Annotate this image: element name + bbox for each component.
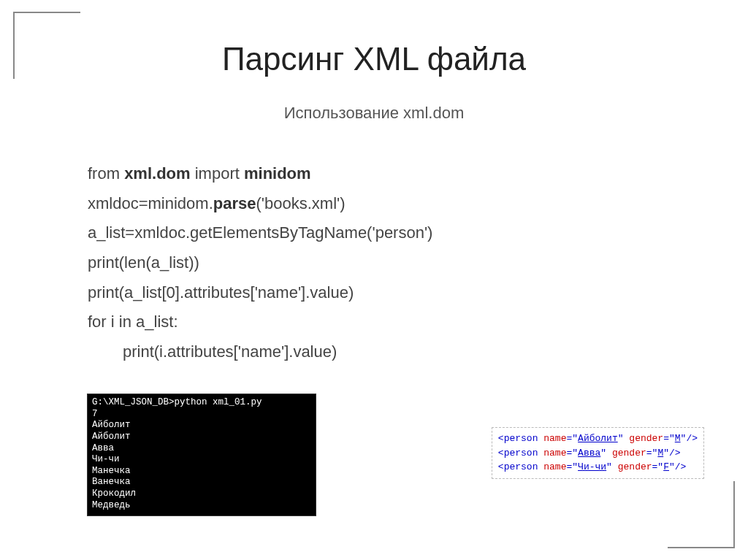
terminal-line: Айболит — [92, 431, 311, 443]
terminal-line: Крокодил — [92, 488, 311, 500]
terminal-line: Авва — [92, 443, 311, 455]
terminal-line: Ванечка — [92, 477, 311, 488]
slide-title: Парсинг XML файла — [0, 41, 748, 77]
code-line: print(a_list[0].attributes['name'].value… — [88, 278, 432, 308]
code-line: a_list=xmldoc.getElementsByTagName('pers… — [88, 218, 432, 248]
terminal-line: Чи-чи — [92, 454, 311, 466]
code-text: from — [88, 164, 124, 183]
code-text: ('books.xml') — [256, 194, 346, 212]
code-line: xmldoc=minidom.parse('books.xml') — [88, 189, 432, 219]
terminal-prompt: G:\XML_JSON_DB>python xml_01.py — [92, 397, 311, 409]
slide-subtitle: Использование xml.dom — [0, 104, 748, 123]
xml-line: <person name="Чи-чи" gender="F"/> — [498, 460, 698, 475]
terminal-line: Медведь — [92, 500, 311, 512]
code-line: from xml.dom import minidom — [88, 159, 432, 189]
code-keyword: minidom — [244, 164, 311, 183]
code-keyword: parse — [213, 194, 256, 212]
code-text: print(i.attributes['name'].value) — [88, 337, 337, 367]
corner-decoration-bottom-right — [668, 481, 735, 548]
code-line: for i in a_list: — [88, 307, 432, 337]
python-code-block: from xml.dom import minidom xmldoc=minid… — [88, 159, 432, 367]
xml-line: <person name="Авва" gender="M"/> — [498, 446, 698, 461]
code-line: print(len(a_list)) — [88, 248, 432, 278]
terminal-line: Манечка — [92, 466, 311, 477]
xml-line: <person name="Айболит" gender="M"/> — [498, 431, 698, 446]
code-keyword: xml.dom — [124, 164, 190, 183]
terminal-output: G:\XML_JSON_DB>python xml_01.py 7 Айболи… — [88, 394, 316, 515]
code-text: xmldoc=minidom. — [88, 194, 213, 212]
slide: Парсинг XML файла Использование xml.dom … — [0, 0, 748, 560]
terminal-line: 7 — [92, 409, 311, 421]
code-text: import — [191, 164, 244, 183]
code-line: print(i.attributes['name'].value) — [88, 337, 432, 367]
terminal-line: Айболит — [92, 420, 311, 431]
xml-snippet: <person name="Айболит" gender="M"/><pers… — [492, 427, 704, 479]
